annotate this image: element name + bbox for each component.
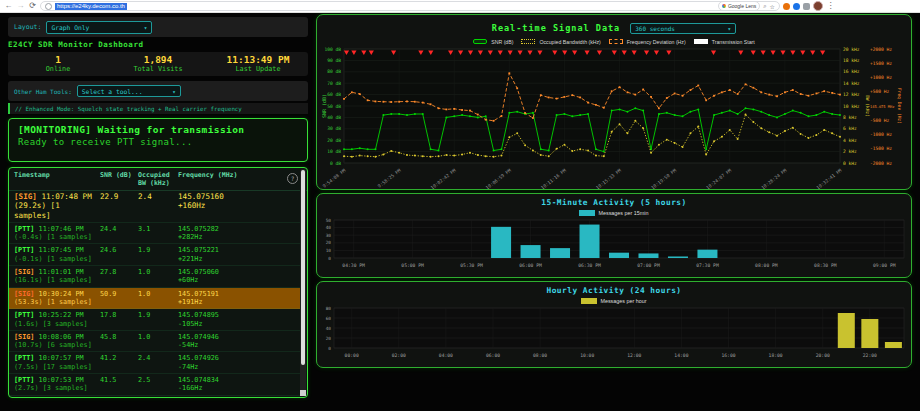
svg-text:+500 Hz: +500 Hz [870, 89, 890, 94]
svg-text:20 kHz: 20 kHz [843, 47, 860, 52]
table-scrollbar[interactable] [300, 169, 306, 396]
svg-text:05:30 PM: 05:30 PM [460, 263, 483, 268]
layout-select[interactable]: Graph Only ▾ [46, 21, 152, 34]
browser-toolbar: ← → ⟳ https://e24ky.decom.co.th Google L… [0, 0, 920, 13]
row-frequency: 145.075191+191Hz [178, 290, 300, 307]
table-row[interactable]: [SIG] 11:01:01 PM (16.1s) [1 samples]27.… [9, 266, 300, 288]
svg-text:30 dB: 30 dB [327, 126, 341, 131]
svg-text:-1500 Hz: -1500 Hz [870, 146, 892, 151]
stat-total-visits: 1,894 Total Visits [108, 55, 208, 73]
svg-text:30: 30 [326, 233, 332, 238]
table-row[interactable]: [PTT] 11:07:46 PM (-0.4s) [1 samples]24.… [9, 223, 300, 245]
signal-tag: [PTT] [14, 354, 34, 362]
help-icon[interactable]: ? [287, 173, 298, 184]
svg-text:80 dB: 80 dB [327, 69, 341, 74]
svg-text:14:00: 14:00 [674, 353, 688, 358]
svg-text:10:11:16 PM: 10:11:16 PM [540, 168, 567, 189]
svg-text:14 kHz: 14 kHz [843, 81, 860, 86]
url-text[interactable]: https://e24ky.decom.co.th [55, 3, 127, 10]
svg-text:10:28:24 PM: 10:28:24 PM [760, 168, 787, 189]
bar [491, 227, 511, 258]
svg-text:6 kHz: 6 kHz [843, 126, 857, 131]
stat-last-update-label: Last Update [208, 65, 308, 73]
svg-text:60 dB: 60 dB [327, 92, 341, 97]
col-timestamp: Timestamp [14, 172, 100, 187]
back-icon[interactable]: ← [4, 2, 13, 10]
signal-tag: [PTT] [14, 376, 34, 384]
table-row[interactable]: [PTT] 10:07:53 PM (2.7s) [3 samples]41.5… [9, 374, 300, 396]
col-snr: SNR (dB) [100, 172, 138, 187]
row-frequency: 145.074926-74Hz [178, 354, 300, 371]
table-row[interactable]: [PTT] 10:25:22 PM (1.6s) [3 samples]17.8… [9, 309, 300, 331]
svg-text:10:02:42 PM: 10:02:42 PM [430, 168, 457, 189]
reload-icon[interactable]: ⟳ [28, 2, 37, 10]
profile-avatar[interactable] [813, 1, 823, 11]
table-scrollbar-thumb[interactable] [301, 170, 305, 365]
extension-icon-blue[interactable] [793, 3, 800, 10]
table-scrollbar-end[interactable] [300, 390, 306, 396]
table-row[interactable]: [PTT] 10:07:57 PM (7.5s) [17 samples]41.… [9, 352, 300, 374]
chevron-down-icon: ▾ [144, 24, 148, 31]
bar [550, 248, 570, 258]
bar [668, 256, 688, 258]
svg-text:0 kHz: 0 kHz [843, 161, 857, 166]
row-snr: 17.8 [100, 311, 138, 328]
extensions-puzzle-icon[interactable] [803, 3, 810, 10]
row-frequency: 145.074834-166Hz [178, 376, 300, 393]
hourly-chart: 02040608000:0002:0004:0006:0008:0010:001… [318, 305, 911, 367]
row-time: 11:07:46 PM [39, 225, 84, 233]
row-detail: (-0.4s) [1 samples] [14, 233, 92, 241]
svg-text:+2000 Hz: +2000 Hz [870, 47, 892, 52]
row-detail: (1.6s) [3 samples] [14, 320, 88, 328]
menu-icon[interactable]: ⋮ [826, 2, 835, 10]
bookmark-star-icon[interactable]: ☆ [770, 3, 775, 10]
svg-text:+1000 Hz: +1000 Hz [870, 75, 892, 80]
svg-text:09:00 PM: 09:00 PM [873, 263, 896, 268]
svg-text:+1500 Hz: +1500 Hz [870, 61, 892, 66]
stat-total-visits-value: 1,894 [108, 55, 208, 65]
row-bw: 1.0 [138, 333, 178, 350]
svg-text:05:00 PM: 05:00 PM [401, 263, 424, 268]
svg-text:04:00: 04:00 [439, 353, 453, 358]
bar [580, 225, 600, 258]
extension-icon-orange[interactable] [783, 3, 790, 10]
search-icon[interactable]: ⌕ [763, 3, 766, 10]
row-time: 10:08:06 PM [39, 333, 84, 341]
table-rows: [SIG] 11:07:48 PM (29.2s) [1 samples]22.… [9, 190, 300, 397]
stats-bar: 1 Online 1,894 Total Visits 11:13:49 PM … [8, 52, 308, 76]
svg-text:145.075 MHz: 145.075 MHz [870, 105, 894, 109]
time-range-select[interactable]: 360 seconds ▾ [630, 23, 736, 34]
svg-text:10:15:33 PM: 10:15:33 PM [595, 168, 622, 189]
svg-text:20: 20 [326, 336, 332, 341]
signal-tag: [SIG] [14, 268, 34, 276]
stat-online: 1 Online [8, 55, 108, 73]
site-info-icon[interactable] [45, 3, 52, 10]
forward-icon[interactable]: → [16, 2, 25, 10]
svg-text:40 dB: 40 dB [327, 115, 341, 120]
google-lens-icon [722, 4, 726, 8]
svg-text:07:00 PM: 07:00 PM [637, 263, 660, 268]
row-detail: (29.2s) [1 samples] [14, 201, 60, 219]
svg-text:10:32:41 PM: 10:32:41 PM [816, 168, 843, 189]
signal-panel: Real-time Signal Data 360 seconds ▾ SNR … [316, 14, 912, 190]
svg-text:-500 Hz: -500 Hz [870, 118, 890, 123]
row-frequency: 145.074895-105Hz [178, 311, 300, 328]
row-time: 10:30:24 PM [39, 290, 84, 298]
row-detail: (-0.1s) [1 samples] [14, 255, 92, 263]
monitor-panel: [MONITORING] Waiting for transmission Re… [8, 118, 308, 162]
row-time: 11:01:01 PM [39, 268, 84, 276]
address-bar[interactable]: https://e24ky.decom.co.th Google Lens ⌕ … [40, 1, 780, 11]
activity15-panel: 15-Minute Activity (5 hours) Messages pe… [316, 193, 912, 278]
row-bw: 2.4 [138, 354, 178, 371]
table-row[interactable]: [PTT] 10:07:46 PM (5.6s) [11 samples]45.… [9, 396, 300, 397]
table-row[interactable]: [SIG] 11:07:48 PM (29.2s) [1 samples]22.… [9, 190, 300, 223]
table-row[interactable]: [PTT] 11:07:45 PM (-0.1s) [1 samples]24.… [9, 244, 300, 266]
signal-tag: [SIG] [14, 333, 34, 341]
tools-select[interactable]: Select a tool... ▾ [77, 85, 181, 97]
google-lens-button[interactable]: Google Lens [718, 1, 760, 11]
table-row[interactable]: [SIG] 10:08:06 PM (10.7s) [6 samples]45.… [9, 331, 300, 353]
svg-text:04:30 PM: 04:30 PM [342, 263, 365, 268]
table-row[interactable]: [SIG] 10:30:24 PM (53.3s) [1 samples]50.… [9, 288, 300, 310]
row-bw: 1.9 [138, 311, 178, 328]
row-snr: 24.4 [100, 225, 138, 242]
